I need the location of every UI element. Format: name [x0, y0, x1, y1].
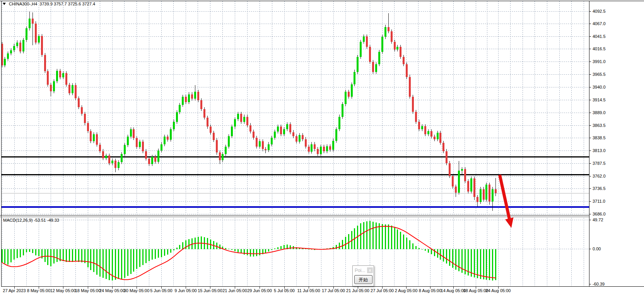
time-tick-label: 17 Jul 05:00	[322, 288, 345, 293]
price-tick-label: 3914.5	[593, 98, 606, 103]
time-tick-label: 8 Aug 05:00	[419, 288, 442, 293]
time-tick-label: 8 May 05:00	[27, 288, 51, 293]
time-tick-label: 9 Jun 05:00	[174, 288, 197, 293]
price-tick-label: 3711.0	[593, 199, 605, 204]
price-tick-label: 3736.5	[593, 186, 606, 191]
chart-expand-icon[interactable]	[3, 3, 6, 5]
popup-close-icon[interactable]: x	[367, 267, 373, 273]
popup-title-bar[interactable]: Poi... x	[353, 266, 374, 275]
ohlc-values: 3739.9 3757.7 3725.6 3727.4	[39, 2, 95, 6]
price-tick-label: 3889.0	[593, 110, 606, 115]
time-tick-label: 5 Jun 05:00	[150, 288, 173, 293]
price-axis[interactable]: 4092.54067.04041.54016.53991.03965.53940…	[589, 0, 644, 296]
time-tick-label: 5 Jul 05:00	[274, 288, 295, 293]
time-tick-label: 12 May 05:00	[50, 288, 76, 293]
price-tick-label: 4041.5	[593, 34, 606, 39]
time-tick-label: 11 Jul 05:00	[297, 288, 320, 293]
time-tick-label: 27 Jul 05:00	[371, 288, 394, 293]
macd-tick-label: 49.72	[593, 217, 603, 222]
time-tick-label: 24 May 05:00	[99, 288, 125, 293]
time-tick-label: 27 Apr 2023	[3, 288, 26, 293]
price-tick-label: 4016.5	[593, 46, 606, 51]
macd-tick-label: 0.00	[593, 246, 601, 252]
chart-header: CHINA300-,H4 3739.9 3757.7 3725.6 3727.4	[3, 2, 95, 6]
time-tick-label: 21 Jun 05:00	[222, 288, 247, 293]
price-tick-label: 3991.0	[593, 59, 606, 64]
time-tick-label: 15 Jun 05:00	[198, 288, 222, 293]
symbol-period-label: CHINA300-,H4	[9, 2, 37, 6]
chart-canvas[interactable]	[0, 0, 644, 296]
script-popup-window[interactable]: Poi... x 开始	[352, 265, 374, 286]
time-tick-label: 21 Jul 05:00	[346, 288, 369, 293]
price-tick-label: 3863.5	[593, 123, 606, 128]
price-tick-label: 3965.5	[593, 72, 606, 77]
trend-arrow[interactable]	[500, 175, 514, 228]
macd-indicator-label: MACD(12,26,9) -53.51 -49.33	[3, 218, 59, 223]
price-tick-label: 4092.5	[593, 9, 606, 14]
price-tick-label: 4067.0	[593, 21, 606, 26]
price-tick-label: 3787.5	[593, 161, 606, 166]
candles-layer	[1, 12, 497, 211]
time-tick-label: 18 May 05:00	[75, 288, 101, 293]
time-tick-label: 29 Jun 05:00	[247, 288, 272, 293]
time-axis[interactable]: 27 Apr 20238 May 05:0012 May 05:0018 May…	[0, 287, 644, 296]
price-tick-label: 3686.0	[593, 212, 606, 217]
mt4-chart-window: { "header": { "symbol_period": "CHINA300…	[0, 0, 644, 296]
time-tick-label: 24 Aug 05:00	[486, 288, 511, 293]
time-tick-label: 18 Aug 05:00	[463, 288, 489, 293]
price-tick-label: 3940.0	[593, 85, 606, 90]
popup-title-text: Poi...	[355, 268, 365, 273]
time-tick-label: 14 Aug 05:00	[441, 288, 466, 293]
time-tick-label: 30 May 05:00	[124, 288, 150, 293]
price-tick-label: 3838.5	[593, 135, 606, 140]
time-tick-label: 2 Aug 05:00	[395, 288, 418, 293]
price-tick-label: 3813.0	[593, 148, 606, 153]
macd-tick-label: -60.39	[593, 282, 605, 287]
price-tick-label: 3762.0	[593, 174, 606, 179]
start-button[interactable]: 开始	[354, 275, 372, 284]
